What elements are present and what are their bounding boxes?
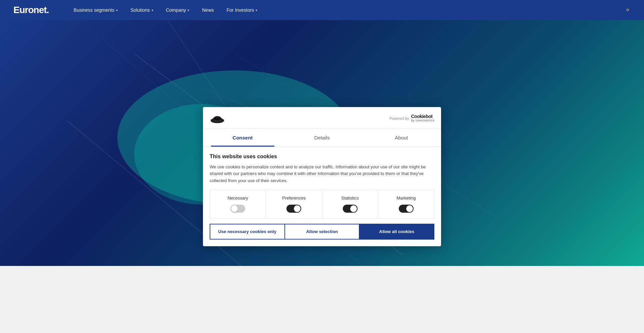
- toggle-statistics: Statistics: [322, 190, 378, 218]
- nav-news[interactable]: News: [197, 5, 218, 15]
- nav-company[interactable]: Company ▾: [161, 5, 194, 15]
- toggle-statistics-thumb: [350, 205, 357, 212]
- toggle-preferences-thumb: [294, 205, 301, 212]
- header: Euronet. Business segments ▾ Solutions ▾…: [0, 0, 644, 20]
- bottom-white: [0, 266, 644, 333]
- toggle-statistics-label: Statistics: [341, 196, 359, 201]
- svg-point-11: [214, 116, 220, 119]
- toggle-preferences-switch[interactable]: [286, 205, 301, 213]
- toggle-necessary: Necessary: [210, 190, 266, 218]
- toggle-marketing-label: Marketing: [396, 196, 416, 201]
- toggle-marketing-thumb: [406, 205, 413, 212]
- cookie-toggles: Necessary Preferences: [210, 190, 434, 218]
- toggle-statistics-track: [343, 205, 358, 213]
- toggle-marketing-track: [399, 205, 414, 213]
- toggle-necessary-switch[interactable]: [230, 205, 245, 213]
- cookiebot-brand: Cookiebot by Usercentrics: [411, 114, 434, 122]
- btn-necessary-cookies[interactable]: Use necessary cookies only: [210, 224, 285, 239]
- toggle-marketing: Marketing: [378, 190, 434, 218]
- btn-allow-selection[interactable]: Allow selection: [285, 224, 360, 239]
- cookie-content: This website uses cookies We use cookies…: [203, 147, 441, 218]
- toggle-necessary-label: Necessary: [227, 196, 248, 201]
- cookie-tabs: Consent Details About: [203, 129, 441, 147]
- chevron-down-icon: ▾: [116, 8, 118, 12]
- hero-section: Powered by Cookiebot by Usercentrics Con…: [0, 20, 644, 333]
- toggle-marketing-switch[interactable]: [399, 205, 414, 213]
- tab-about[interactable]: About: [362, 129, 441, 147]
- tab-consent[interactable]: Consent: [203, 129, 282, 147]
- cookie-buttons: Use necessary cookies only Allow selecti…: [203, 218, 441, 246]
- toggle-necessary-thumb: [231, 205, 238, 212]
- tab-details[interactable]: Details: [282, 129, 362, 147]
- toggle-preferences-label: Preferences: [282, 196, 306, 201]
- chevron-down-icon: ▾: [256, 8, 257, 12]
- powered-by: Powered by Cookiebot by Usercentrics: [389, 114, 434, 122]
- nav-business-segments[interactable]: Business segments ▾: [69, 5, 122, 15]
- cookie-title: This website uses cookies: [210, 154, 434, 160]
- chevron-down-icon: ▾: [187, 8, 189, 12]
- search-icon[interactable]: ⚬: [625, 6, 631, 14]
- toggle-preferences-track: [286, 205, 301, 213]
- cookie-description: We use cookies to personalize content an…: [210, 164, 434, 184]
- nav-solutions[interactable]: Solutions ▾: [126, 5, 158, 15]
- cookie-logo: [210, 113, 225, 124]
- cookie-dialog-header: Powered by Cookiebot by Usercentrics: [203, 107, 441, 129]
- cookie-brand-icon: [210, 113, 225, 124]
- logo: Euronet.: [13, 5, 49, 15]
- main-nav: Business segments ▾ Solutions ▾ Company …: [69, 5, 625, 15]
- toggle-necessary-track: [230, 205, 245, 213]
- btn-allow-all[interactable]: Allow all cookies: [360, 224, 434, 239]
- toggle-preferences: Preferences: [266, 190, 322, 218]
- cookie-dialog: Powered by Cookiebot by Usercentrics Con…: [203, 107, 441, 246]
- toggle-statistics-switch[interactable]: [343, 205, 358, 213]
- chevron-down-icon: ▾: [152, 8, 153, 12]
- nav-investors[interactable]: For Investors ▾: [222, 5, 262, 15]
